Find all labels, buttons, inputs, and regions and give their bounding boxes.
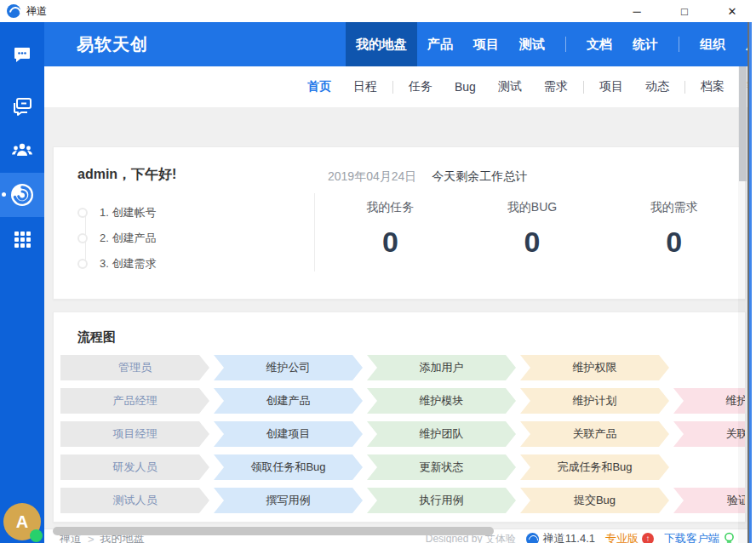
subnav-item[interactable]: 档案 <box>690 79 736 94</box>
top-nav-item[interactable]: 产品 <box>417 22 463 66</box>
flow-cell-orange[interactable]: 维护计划 <box>520 388 669 414</box>
sidebar: A <box>0 22 44 543</box>
flow-cell-orange[interactable]: 关联产品 <box>520 421 669 447</box>
zentao-globe-icon <box>526 533 539 543</box>
flow-cell-role[interactable]: 项目经理 <box>60 421 209 447</box>
flow-row: 测试人员撰写用例执行用例提交Bug验证Bug <box>60 488 746 513</box>
top-nav-item[interactable]: 测试 <box>509 22 555 66</box>
step-dot-icon <box>77 259 88 269</box>
flow-row: 产品经理创建产品维护模块维护计划维护需求 <box>60 388 746 414</box>
subnav-item[interactable]: Bug <box>444 80 487 94</box>
flow-cell-green[interactable]: 更新状态 <box>367 454 516 480</box>
subnav-item[interactable]: 需求 <box>533 79 579 94</box>
flow-cell-role[interactable]: 研发人员 <box>60 454 209 480</box>
top-nav-item[interactable]: 统计 <box>622 22 668 66</box>
stat-value: 0 <box>319 226 461 259</box>
top-nav-item[interactable]: 后台 <box>736 22 748 66</box>
vertical-scrollbar[interactable] <box>738 66 747 543</box>
stat-label: 我的任务 <box>319 200 461 215</box>
flow-cell-blue[interactable]: 撰写用例 <box>214 488 363 513</box>
flow-cell-green[interactable]: 添加用户 <box>367 355 516 380</box>
top-nav-item[interactable]: 文档 <box>576 22 622 66</box>
flow-cell-blue[interactable]: 领取任务和Bug <box>214 454 363 480</box>
flow-cell-orange[interactable]: 完成任务和Bug <box>520 454 669 480</box>
flow-cell-role[interactable]: 测试人员 <box>60 488 209 513</box>
app-window: A 易软天创 我的地盘产品项目测试文档统计组织后台 首页日程任务Bug测试需求项… <box>0 22 748 543</box>
flow-row: 研发人员领取任务和Bug更新状态完成任务和Bug <box>60 454 746 480</box>
flow-row: 管理员维护公司添加用户维护权限 <box>60 355 746 380</box>
stat-item[interactable]: 我的需求0 <box>603 200 745 259</box>
zentao-logo-icon[interactable] <box>0 173 44 217</box>
upgrade-badge-icon[interactable]: ↑ <box>642 533 654 543</box>
flow-cell-pink[interactable]: 维护需求 <box>673 388 746 414</box>
summary-title: 今天剩余工作总计 <box>432 169 527 183</box>
top-nav: 我的地盘产品项目测试文档统计组织后台 <box>346 22 748 66</box>
stat-value: 0 <box>461 226 604 259</box>
flow-cell-orange[interactable]: 提交Bug <box>520 488 669 513</box>
horizontal-scrollbar-thumb[interactable] <box>53 527 494 535</box>
vertical-scrollbar-thumb[interactable] <box>739 66 747 181</box>
flow-cell-pink[interactable]: 关联需求 <box>673 421 746 447</box>
flow-cell-orange[interactable]: 维护权限 <box>520 355 669 380</box>
subnav-item[interactable]: 日程 <box>342 79 388 94</box>
top-header: 易软天创 我的地盘产品项目测试文档统计组织后台 <box>44 22 748 66</box>
group-icon[interactable] <box>0 129 44 170</box>
flow-cell-blue[interactable]: 创建项目 <box>214 421 363 447</box>
flow-cell-blue[interactable]: 创建产品 <box>214 388 363 414</box>
stat-item[interactable]: 我的任务0 <box>319 200 461 259</box>
subnav-item[interactable]: 首页 <box>296 79 342 94</box>
stat-value: 0 <box>603 226 745 259</box>
download-client-link[interactable]: 下载客户端 <box>664 531 719 543</box>
subnav-divider <box>684 81 685 94</box>
maximize-button[interactable]: □ <box>661 0 708 22</box>
step-item[interactable]: 1. 创建帐号 <box>77 200 156 226</box>
close-button[interactable]: ✕ <box>708 0 756 22</box>
flow-row: 项目经理创建项目维护团队关联产品关联需求 <box>60 421 746 447</box>
top-nav-item[interactable]: 我的地盘 <box>346 22 417 66</box>
top-nav-item[interactable]: 组织 <box>690 22 736 66</box>
main-area: 易软天创 我的地盘产品项目测试文档统计组织后台 首页日程任务Bug测试需求项目动… <box>44 22 748 543</box>
flowchart-rows: 管理员维护公司添加用户维护权限产品经理创建产品维护模块维护计划维护需求项目经理创… <box>60 355 746 521</box>
subnav-divider <box>583 81 584 94</box>
subnav-item[interactable]: 动态 <box>634 79 680 94</box>
minimize-button[interactable]: ─ <box>613 0 661 22</box>
stat-label: 我的BUG <box>461 200 604 215</box>
step-label: 2. 创建产品 <box>100 231 156 246</box>
subnav-item[interactable]: 测试 <box>487 79 533 94</box>
welcome-card: admin，下午好! 1. 创建帐号2. 创建产品3. 创建需求 2019年04… <box>53 146 746 300</box>
chat-bubble-icon[interactable] <box>0 34 44 75</box>
flow-cell-role[interactable]: 产品经理 <box>60 388 209 414</box>
page-content: admin，下午好! 1. 创建帐号2. 创建产品3. 创建需求 2019年04… <box>44 107 748 543</box>
daily-stats: 我的任务0我的BUG0我的需求0 <box>319 200 745 259</box>
background-window-edge <box>749 22 756 543</box>
app-grid-icon[interactable] <box>0 219 44 260</box>
flow-cell-pink[interactable]: 验证Bug <box>673 488 746 513</box>
window-titlebar: 禅道 ─ □ ✕ <box>0 0 756 22</box>
flow-cell-green[interactable]: 维护团队 <box>367 421 516 447</box>
lightbulb-icon[interactable] <box>724 532 735 543</box>
stat-item[interactable]: 我的BUG0 <box>461 200 604 259</box>
online-status-dot <box>30 529 43 542</box>
brand-name: 易软天创 <box>77 22 148 66</box>
user-avatar[interactable]: A <box>3 503 41 540</box>
top-nav-item[interactable]: 项目 <box>463 22 509 66</box>
subnav: 首页日程任务Bug测试需求项目动态档案密码 <box>44 66 748 107</box>
edition-link[interactable]: 专业版 <box>605 531 639 543</box>
flow-cell-blue[interactable]: 维护公司 <box>214 355 363 380</box>
step-item[interactable]: 3. 创建需求 <box>77 251 156 277</box>
flow-cell-role[interactable]: 管理员 <box>60 355 209 380</box>
flowchart-title: 流程图 <box>77 329 116 346</box>
flow-cell-green[interactable]: 执行用例 <box>367 488 516 513</box>
zentao-app-icon <box>7 4 20 18</box>
step-dot-icon <box>77 208 88 218</box>
window-title: 禅道 <box>26 4 47 19</box>
subnav-item[interactable]: 项目 <box>588 79 634 94</box>
flow-cell-green[interactable]: 维护模块 <box>367 388 516 414</box>
step-label: 1. 创建帐号 <box>100 205 156 220</box>
subnav-item[interactable]: 任务 <box>398 79 444 94</box>
chats-icon[interactable] <box>0 86 44 127</box>
flowchart-card: 流程图 管理员维护公司添加用户维护权限产品经理创建产品维护模块维护计划维护需求项… <box>53 312 746 523</box>
top-nav-divider <box>679 37 679 52</box>
stat-label: 我的需求 <box>603 200 745 215</box>
step-item[interactable]: 2. 创建产品 <box>77 226 156 251</box>
